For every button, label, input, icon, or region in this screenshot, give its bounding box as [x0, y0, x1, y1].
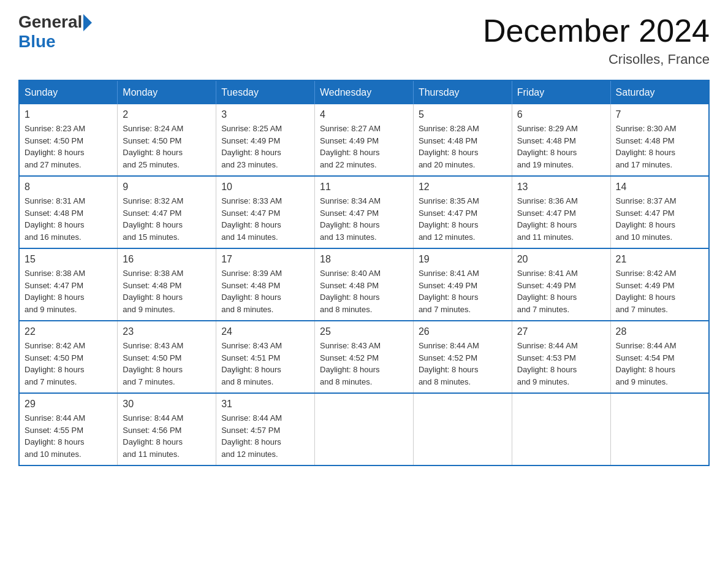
daylight-text2: and 12 minutes. [419, 232, 476, 242]
calendar-week-3: 15Sunrise: 8:38 AMSunset: 4:47 PMDayligh… [19, 248, 709, 321]
sunset-text: Sunset: 4:47 PM [123, 209, 181, 218]
daylight-text2: and 16 minutes. [25, 232, 82, 242]
day-number: 2 [123, 109, 211, 120]
calendar-day-cell: 11Sunrise: 8:34 AMSunset: 4:47 PMDayligh… [315, 176, 414, 248]
daylight-text2: and 23 minutes. [221, 160, 278, 169]
daylight-text2: and 9 minutes. [517, 377, 569, 386]
calendar-week-4: 22Sunrise: 8:42 AMSunset: 4:50 PMDayligh… [19, 321, 709, 393]
daylight-text2: and 8 minutes. [419, 377, 471, 386]
daylight-text: Daylight: 8 hours [221, 293, 281, 302]
day-number: 6 [517, 109, 605, 120]
calendar-day-cell [413, 393, 512, 465]
sunrise-text: Sunrise: 8:43 AM [123, 341, 183, 350]
day-number: 5 [419, 109, 507, 120]
daylight-text2: and 8 minutes. [320, 305, 372, 314]
day-number: 24 [221, 326, 309, 337]
daylight-text2: and 13 minutes. [320, 232, 377, 242]
calendar-day-cell: 8Sunrise: 8:31 AMSunset: 4:48 PMDaylight… [19, 176, 118, 248]
calendar-day-cell: 2Sunrise: 8:24 AMSunset: 4:50 PMDaylight… [118, 104, 216, 176]
day-info: Sunrise: 8:30 AMSunset: 4:48 PMDaylight:… [616, 123, 703, 170]
daylight-text: Daylight: 8 hours [517, 293, 577, 302]
sunrise-text: Sunrise: 8:44 AM [221, 413, 282, 423]
sunrise-text: Sunrise: 8:28 AM [419, 124, 479, 133]
daylight-text: Daylight: 8 hours [616, 293, 676, 302]
sunset-text: Sunset: 4:48 PM [320, 281, 379, 290]
day-info: Sunrise: 8:28 AMSunset: 4:48 PMDaylight:… [419, 123, 507, 170]
calendar-day-cell: 31Sunrise: 8:44 AMSunset: 4:57 PMDayligh… [216, 393, 315, 465]
sunrise-text: Sunrise: 8:24 AM [123, 124, 183, 133]
day-number: 9 [123, 182, 211, 193]
day-info: Sunrise: 8:44 AMSunset: 4:55 PMDaylight:… [25, 412, 112, 460]
day-number: 10 [221, 182, 309, 193]
daylight-text: Daylight: 8 hours [517, 365, 577, 374]
day-info: Sunrise: 8:27 AMSunset: 4:49 PMDaylight:… [320, 123, 408, 170]
calendar-day-cell: 1Sunrise: 8:23 AMSunset: 4:50 PMDaylight… [19, 104, 118, 176]
daylight-text: Daylight: 8 hours [25, 365, 85, 374]
day-info: Sunrise: 8:23 AMSunset: 4:50 PMDaylight:… [25, 123, 112, 170]
weekday-header-friday: Friday [512, 80, 610, 104]
calendar-day-cell: 20Sunrise: 8:41 AMSunset: 4:49 PMDayligh… [512, 248, 610, 321]
sunrise-text: Sunrise: 8:32 AM [123, 196, 183, 205]
daylight-text: Daylight: 8 hours [25, 293, 85, 302]
calendar-day-cell: 3Sunrise: 8:25 AMSunset: 4:49 PMDaylight… [216, 104, 315, 176]
day-info: Sunrise: 8:40 AMSunset: 4:48 PMDaylight:… [320, 267, 408, 315]
sunset-text: Sunset: 4:49 PM [221, 136, 280, 145]
daylight-text: Daylight: 8 hours [419, 365, 479, 374]
calendar-week-1: 1Sunrise: 8:23 AMSunset: 4:50 PMDaylight… [19, 104, 709, 176]
sunrise-text: Sunrise: 8:39 AM [221, 269, 282, 278]
logo-general-text: General [18, 12, 82, 32]
sunrise-text: Sunrise: 8:44 AM [616, 341, 677, 350]
daylight-text2: and 10 minutes. [616, 232, 673, 242]
day-info: Sunrise: 8:25 AMSunset: 4:49 PMDaylight:… [221, 123, 309, 170]
calendar-day-cell [315, 393, 414, 465]
day-number: 26 [419, 326, 507, 337]
day-number: 18 [320, 254, 408, 265]
daylight-text2: and 8 minutes. [221, 377, 273, 386]
sunset-text: Sunset: 4:47 PM [320, 209, 379, 218]
daylight-text: Daylight: 8 hours [123, 293, 183, 302]
sunrise-text: Sunrise: 8:31 AM [25, 196, 85, 205]
day-number: 8 [25, 182, 112, 193]
sunset-text: Sunset: 4:48 PM [221, 281, 280, 290]
calendar-day-cell: 10Sunrise: 8:33 AMSunset: 4:47 PMDayligh… [216, 176, 315, 248]
weekday-header-thursday: Thursday [413, 80, 512, 104]
sunset-text: Sunset: 4:48 PM [25, 209, 83, 218]
daylight-text2: and 7 minutes. [419, 305, 471, 314]
calendar-day-cell: 23Sunrise: 8:43 AMSunset: 4:50 PMDayligh… [118, 321, 216, 393]
day-number: 4 [320, 109, 408, 120]
daylight-text: Daylight: 8 hours [419, 148, 479, 157]
sunrise-text: Sunrise: 8:43 AM [320, 341, 381, 350]
daylight-text: Daylight: 8 hours [320, 220, 380, 229]
sunset-text: Sunset: 4:48 PM [419, 136, 477, 145]
daylight-text2: and 11 minutes. [123, 450, 180, 459]
sunset-text: Sunset: 4:50 PM [25, 136, 83, 145]
sunset-text: Sunset: 4:51 PM [221, 353, 280, 362]
weekday-header-sunday: Sunday [19, 80, 118, 104]
calendar-day-cell: 18Sunrise: 8:40 AMSunset: 4:48 PMDayligh… [315, 248, 414, 321]
daylight-text2: and 8 minutes. [221, 305, 273, 314]
sunrise-text: Sunrise: 8:35 AM [419, 196, 479, 205]
month-title: December 2024 [483, 12, 710, 49]
sunset-text: Sunset: 4:49 PM [419, 281, 477, 290]
day-info: Sunrise: 8:31 AMSunset: 4:48 PMDaylight:… [25, 195, 112, 243]
logo-arrow-icon [83, 14, 92, 31]
calendar-day-cell: 15Sunrise: 8:38 AMSunset: 4:47 PMDayligh… [19, 248, 118, 321]
daylight-text2: and 27 minutes. [25, 160, 82, 169]
calendar-day-cell: 5Sunrise: 8:28 AMSunset: 4:48 PMDaylight… [413, 104, 512, 176]
calendar-day-cell: 28Sunrise: 8:44 AMSunset: 4:54 PMDayligh… [610, 321, 709, 393]
sunrise-text: Sunrise: 8:27 AM [320, 124, 381, 133]
daylight-text2: and 9 minutes. [123, 305, 175, 314]
day-info: Sunrise: 8:37 AMSunset: 4:47 PMDaylight:… [616, 195, 703, 243]
sunset-text: Sunset: 4:47 PM [517, 209, 576, 218]
sunrise-text: Sunrise: 8:41 AM [419, 269, 479, 278]
daylight-text2: and 10 minutes. [25, 450, 82, 459]
day-number: 21 [616, 254, 703, 265]
day-number: 31 [221, 399, 309, 410]
sunset-text: Sunset: 4:50 PM [25, 353, 83, 362]
sunrise-text: Sunrise: 8:29 AM [517, 124, 578, 133]
calendar-day-cell: 26Sunrise: 8:44 AMSunset: 4:52 PMDayligh… [413, 321, 512, 393]
day-number: 3 [221, 109, 309, 120]
daylight-text2: and 7 minutes. [616, 305, 668, 314]
sunset-text: Sunset: 4:52 PM [320, 353, 379, 362]
daylight-text: Daylight: 8 hours [419, 293, 479, 302]
